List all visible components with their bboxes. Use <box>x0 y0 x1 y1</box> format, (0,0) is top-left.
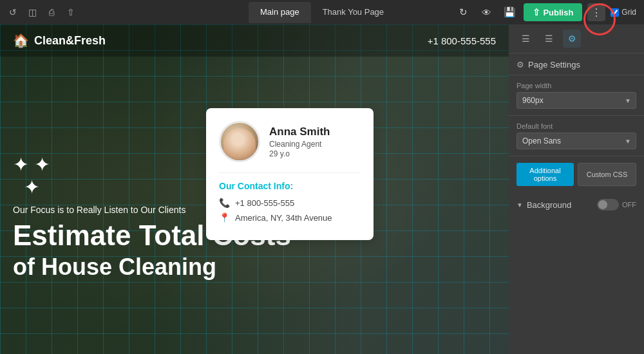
page-tabs: Main page Thank You Page <box>249 2 395 23</box>
panel-buttons-row: Additional options Custom CSS <box>509 156 644 192</box>
right-panel: ☰ ☰ ⚙ ⚙ Page Settings Page width 960px 1… <box>509 24 644 354</box>
background-row: ▼ Background OFF <box>509 192 644 217</box>
publish-upload-icon: ⇧ <box>533 7 540 17</box>
panel-gear-icon[interactable]: ⚙ <box>563 30 581 48</box>
page-width-label: Page width <box>516 82 636 89</box>
site-phone: +1 800-555-555 <box>428 35 496 46</box>
default-font-label: Default font <box>516 122 636 130</box>
grid-label[interactable]: Grid <box>621 8 636 17</box>
page-settings-header: ⚙ Page Settings <box>509 53 644 75</box>
profile-age: 29 y.o <box>269 149 330 158</box>
background-expand-icon[interactable]: ▼ <box>516 201 523 209</box>
preview-icon[interactable]: 👁 <box>477 3 495 21</box>
toggle-off-label: OFF <box>622 201 636 209</box>
publish-label: Publish <box>543 8 573 17</box>
save-icon[interactable]: 💾 <box>500 3 518 21</box>
upload-icon[interactable]: ⇧ <box>63 5 79 20</box>
panel-menu-icon[interactable]: ☰ <box>540 30 558 48</box>
logo-text: Clean&Fresh <box>34 34 106 48</box>
profile-card: Anna Smith Cleaning Agent 29 y.o Our Con… <box>206 108 374 240</box>
toggle-track[interactable] <box>597 199 619 210</box>
grid-checkbox-wrapper: Grid <box>611 8 636 17</box>
contact-title: Our Contact Info: <box>219 181 361 191</box>
panel-sliders-icon[interactable]: ☰ <box>516 30 535 48</box>
publish-button[interactable]: ⇧ Publish <box>524 3 582 21</box>
phone-icon: 📞 <box>219 198 230 208</box>
main-area: 📱 🗑 🏠 Clean&Fresh +1 800-555-555 ✦ ✦ ✦ O… <box>0 24 644 354</box>
contact-address: America, NY, 34th Avenue <box>235 213 332 223</box>
copy-icon[interactable]: ◫ <box>24 5 40 20</box>
background-toggle[interactable]: OFF <box>597 199 636 210</box>
avatar <box>219 121 260 162</box>
site-header: 🏠 Clean&Fresh +1 800-555-555 <box>0 24 509 57</box>
panel-top-icons: ☰ ☰ ⚙ <box>509 24 644 53</box>
default-font-select-wrapper: Open Sans Roboto Lato Montserrat ▼ <box>516 133 636 149</box>
profile-info: Anna Smith Cleaning Agent 29 y.o <box>269 126 330 158</box>
contact-phone: +1 800-555-555 <box>235 198 294 208</box>
page-width-select[interactable]: 960px 1200px 1400px Full Width <box>516 92 636 109</box>
profile-top: Anna Smith Cleaning Agent 29 y.o <box>219 121 361 162</box>
profile-role: Cleaning Agent <box>269 140 330 149</box>
undo-icon[interactable]: ↺ <box>5 5 21 20</box>
website-preview: 🏠 Clean&Fresh +1 800-555-555 ✦ ✦ ✦ Our F… <box>0 24 509 354</box>
tab-main-page[interactable]: Main page <box>249 2 311 23</box>
profile-name: Anna Smith <box>269 126 330 138</box>
more-options-button[interactable]: ⋮ <box>587 3 605 21</box>
avatar-image <box>223 128 256 160</box>
toolbar-left-icons: ↺ ◫ ⎙ ⇧ <box>5 5 79 20</box>
page-width-select-wrapper: 960px 1200px 1400px Full Width ▼ <box>516 92 636 109</box>
additional-options-button[interactable]: Additional options <box>516 163 574 186</box>
settings-gear-icon: ⚙ <box>516 60 524 70</box>
canvas-area: 📱 🗑 🏠 Clean&Fresh +1 800-555-555 ✦ ✦ ✦ O… <box>0 24 509 354</box>
contact-address-item: 📍 America, NY, 34th Avenue <box>219 212 361 223</box>
contact-section: Our Contact Info: 📞 +1 800-555-555 📍 Ame… <box>219 172 361 223</box>
location-pin-icon: 📍 <box>219 212 230 223</box>
page-settings-title: Page Settings <box>528 60 580 70</box>
paste-icon[interactable]: ⎙ <box>44 5 59 20</box>
toolbar-right: ↻ 👁 💾 ⇧ Publish ⋮ Grid <box>454 3 639 21</box>
logo-icon: 🏠 <box>13 33 29 48</box>
toggle-thumb <box>598 200 607 209</box>
grid-checkbox[interactable] <box>611 8 619 17</box>
custom-css-button[interactable]: Custom CSS <box>578 163 636 186</box>
page-width-section: Page width 960px 1200px 1400px Full Widt… <box>509 75 644 116</box>
background-label: Background <box>527 200 593 210</box>
history-icon[interactable]: ↻ <box>454 3 472 21</box>
hero-title-line2: of House Cleaning <box>13 254 291 281</box>
contact-phone-item: 📞 +1 800-555-555 <box>219 198 361 208</box>
top-toolbar: ↺ ◫ ⎙ ⇧ Main page Thank You Page ↻ 👁 💾 ⇧… <box>0 0 644 24</box>
tab-thank-you[interactable]: Thank You Page <box>311 2 395 23</box>
default-font-section: Default font Open Sans Roboto Lato Monts… <box>509 116 644 156</box>
site-logo: 🏠 Clean&Fresh <box>13 33 106 48</box>
default-font-select[interactable]: Open Sans Roboto Lato Montserrat <box>516 133 636 149</box>
